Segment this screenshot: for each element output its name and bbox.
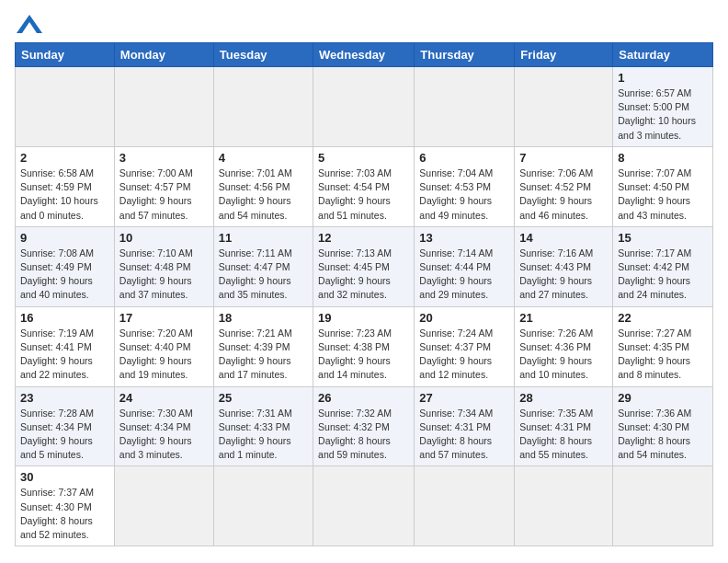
calendar-table: SundayMondayTuesdayWednesdayThursdayFrid… [15,42,713,546]
weekday-header-thursday: Thursday [415,43,515,67]
calendar-day-cell: 7Sunrise: 7:06 AM Sunset: 4:52 PM Daylig… [515,146,613,226]
day-info: Sunrise: 7:13 AM Sunset: 4:45 PM Dayligh… [318,247,409,303]
calendar-day-cell [213,466,313,546]
day-number: 18 [219,311,308,325]
day-number: 14 [519,231,608,245]
day-info: Sunrise: 7:03 AM Sunset: 4:54 PM Dayligh… [318,167,409,223]
calendar-day-cell: 6Sunrise: 7:04 AM Sunset: 4:53 PM Daylig… [415,146,515,226]
calendar-day-cell: 20Sunrise: 7:24 AM Sunset: 4:37 PM Dayli… [415,306,515,386]
calendar-day-cell [313,466,415,546]
day-info: Sunrise: 7:23 AM Sunset: 4:38 PM Dayligh… [318,327,409,383]
day-info: Sunrise: 7:00 AM Sunset: 4:57 PM Dayligh… [119,167,209,223]
weekday-header-monday: Monday [114,43,213,67]
day-info: Sunrise: 7:20 AM Sunset: 4:40 PM Dayligh… [119,327,209,383]
day-number: 4 [219,151,308,165]
calendar-week-row: 1Sunrise: 6:57 AM Sunset: 5:00 PM Daylig… [16,67,713,147]
calendar-week-row: 9Sunrise: 7:08 AM Sunset: 4:49 PM Daylig… [16,226,713,306]
day-number: 29 [618,391,708,405]
weekday-header-saturday: Saturday [613,43,713,67]
day-info: Sunrise: 7:34 AM Sunset: 4:31 PM Dayligh… [419,407,509,463]
day-info: Sunrise: 7:11 AM Sunset: 4:47 PM Dayligh… [219,247,308,303]
day-info: Sunrise: 7:07 AM Sunset: 4:50 PM Dayligh… [618,167,708,223]
day-info: Sunrise: 7:36 AM Sunset: 4:30 PM Dayligh… [618,407,708,463]
calendar-day-cell [114,67,213,147]
calendar-day-cell: 26Sunrise: 7:32 AM Sunset: 4:32 PM Dayli… [313,386,415,466]
day-info: Sunrise: 7:04 AM Sunset: 4:53 PM Dayligh… [419,167,509,223]
day-number: 30 [20,470,109,484]
calendar-day-cell: 15Sunrise: 7:17 AM Sunset: 4:42 PM Dayli… [613,226,713,306]
day-info: Sunrise: 7:08 AM Sunset: 4:49 PM Dayligh… [20,247,109,303]
day-number: 3 [119,151,209,165]
day-number: 5 [318,151,409,165]
calendar-day-cell: 12Sunrise: 7:13 AM Sunset: 4:45 PM Dayli… [313,226,415,306]
day-number: 24 [119,391,209,405]
calendar-day-cell [613,466,713,546]
calendar-day-cell [415,466,515,546]
page-header [15,15,713,35]
day-number: 22 [618,311,708,325]
calendar-day-cell: 27Sunrise: 7:34 AM Sunset: 4:31 PM Dayli… [415,386,515,466]
calendar-day-cell: 4Sunrise: 7:01 AM Sunset: 4:56 PM Daylig… [213,146,313,226]
logo-icon [17,15,42,33]
day-number: 9 [20,231,109,245]
calendar-day-cell: 25Sunrise: 7:31 AM Sunset: 4:33 PM Dayli… [213,386,313,466]
calendar-day-cell: 16Sunrise: 7:19 AM Sunset: 4:41 PM Dayli… [16,306,115,386]
calendar-day-cell: 18Sunrise: 7:21 AM Sunset: 4:39 PM Dayli… [213,306,313,386]
day-info: Sunrise: 7:24 AM Sunset: 4:37 PM Dayligh… [419,327,509,383]
calendar-day-cell: 19Sunrise: 7:23 AM Sunset: 4:38 PM Dayli… [313,306,415,386]
calendar-day-cell: 24Sunrise: 7:30 AM Sunset: 4:34 PM Dayli… [114,386,213,466]
day-info: Sunrise: 7:10 AM Sunset: 4:48 PM Dayligh… [119,247,209,303]
day-info: Sunrise: 7:28 AM Sunset: 4:34 PM Dayligh… [20,407,109,463]
weekday-header-wednesday: Wednesday [313,43,415,67]
calendar-day-cell: 21Sunrise: 7:26 AM Sunset: 4:36 PM Dayli… [515,306,613,386]
calendar-day-cell [515,466,613,546]
day-info: Sunrise: 7:14 AM Sunset: 4:44 PM Dayligh… [419,247,509,303]
calendar-day-cell [114,466,213,546]
day-number: 8 [618,151,708,165]
day-number: 7 [519,151,608,165]
weekday-header-tuesday: Tuesday [213,43,313,67]
calendar-day-cell: 1Sunrise: 6:57 AM Sunset: 5:00 PM Daylig… [613,67,713,147]
calendar-day-cell: 17Sunrise: 7:20 AM Sunset: 4:40 PM Dayli… [114,306,213,386]
day-info: Sunrise: 7:30 AM Sunset: 4:34 PM Dayligh… [119,407,209,463]
logo [15,15,42,35]
day-number: 19 [318,311,409,325]
calendar-day-cell: 28Sunrise: 7:35 AM Sunset: 4:31 PM Dayli… [515,386,613,466]
calendar-day-cell: 8Sunrise: 7:07 AM Sunset: 4:50 PM Daylig… [613,146,713,226]
day-info: Sunrise: 7:16 AM Sunset: 4:43 PM Dayligh… [519,247,608,303]
day-number: 13 [419,231,509,245]
day-number: 1 [618,71,708,85]
calendar-day-cell: 23Sunrise: 7:28 AM Sunset: 4:34 PM Dayli… [16,386,115,466]
day-info: Sunrise: 7:21 AM Sunset: 4:39 PM Dayligh… [219,327,308,383]
day-number: 21 [519,311,608,325]
weekday-header-sunday: Sunday [16,43,115,67]
calendar-day-cell: 3Sunrise: 7:00 AM Sunset: 4:57 PM Daylig… [114,146,213,226]
calendar-day-cell [16,67,115,147]
calendar-week-row: 16Sunrise: 7:19 AM Sunset: 4:41 PM Dayli… [16,306,713,386]
day-info: Sunrise: 7:27 AM Sunset: 4:35 PM Dayligh… [618,327,708,383]
calendar-week-row: 2Sunrise: 6:58 AM Sunset: 4:59 PM Daylig… [16,146,713,226]
calendar-day-cell: 5Sunrise: 7:03 AM Sunset: 4:54 PM Daylig… [313,146,415,226]
day-info: Sunrise: 7:01 AM Sunset: 4:56 PM Dayligh… [219,167,308,223]
day-info: Sunrise: 7:17 AM Sunset: 4:42 PM Dayligh… [618,247,708,303]
day-number: 25 [219,391,308,405]
calendar-day-cell [515,67,613,147]
calendar-day-cell: 10Sunrise: 7:10 AM Sunset: 4:48 PM Dayli… [114,226,213,306]
day-info: Sunrise: 7:35 AM Sunset: 4:31 PM Dayligh… [519,407,608,463]
day-number: 28 [519,391,608,405]
calendar-day-cell [415,67,515,147]
weekday-header-friday: Friday [515,43,613,67]
day-number: 20 [419,311,509,325]
calendar-day-cell: 22Sunrise: 7:27 AM Sunset: 4:35 PM Dayli… [613,306,713,386]
day-number: 6 [419,151,509,165]
day-number: 26 [318,391,409,405]
weekday-header-row: SundayMondayTuesdayWednesdayThursdayFrid… [16,43,713,67]
day-info: Sunrise: 7:26 AM Sunset: 4:36 PM Dayligh… [519,327,608,383]
day-number: 27 [419,391,509,405]
day-info: Sunrise: 6:57 AM Sunset: 5:00 PM Dayligh… [618,86,708,143]
calendar-day-cell: 14Sunrise: 7:16 AM Sunset: 4:43 PM Dayli… [515,226,613,306]
day-number: 10 [119,231,209,245]
day-number: 11 [219,231,308,245]
calendar-day-cell: 2Sunrise: 6:58 AM Sunset: 4:59 PM Daylig… [16,146,115,226]
calendar-day-cell [213,67,313,147]
